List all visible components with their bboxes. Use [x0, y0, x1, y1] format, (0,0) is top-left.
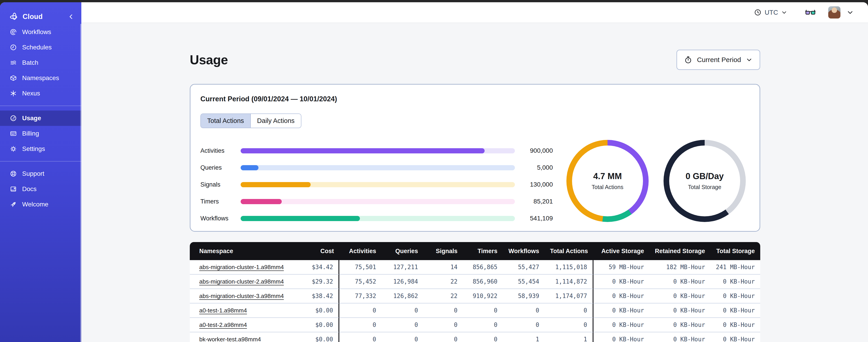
- bar-row: Timers85,201: [200, 198, 553, 205]
- column-header: Retained Storage: [650, 242, 711, 260]
- sidebar-item-settings[interactable]: Settings: [0, 141, 81, 157]
- namespace-usage-table: NamespaceCostActivitiesQueriesSignalsTim…: [190, 242, 760, 342]
- bar-fill: [241, 182, 311, 187]
- table-cell: 0 KB-Hour: [650, 318, 711, 332]
- sidebar-item-batch[interactable]: Batch: [0, 55, 81, 70]
- namespace-link[interactable]: bk-worker-test.a98mm4: [199, 336, 261, 342]
- total-actions-label: Total Actions: [592, 184, 623, 191]
- total-storage-label: Total Storage: [688, 184, 721, 191]
- table-cell: 0: [339, 332, 381, 342]
- table-cell: 856,865: [463, 260, 503, 275]
- bar-category-label: Signals: [200, 181, 241, 188]
- sidebar-item-namespaces[interactable]: Namespaces: [0, 70, 81, 86]
- table-cell: 0 KB-Hour: [711, 318, 760, 332]
- table-cell: 59 MB-Hour: [593, 260, 650, 275]
- table-cell: $0.00: [294, 318, 339, 332]
- table-cell: 0 KB-Hour: [593, 303, 650, 318]
- actions-tab-group: Total Actions Daily Actions: [200, 113, 301, 128]
- bar-track: [241, 148, 515, 153]
- sidebar-item-label: Workflows: [22, 28, 51, 36]
- namespace-link[interactable]: abs-migration-cluster-2.a98mm4: [199, 278, 284, 285]
- support-lifebuoy-icon: [10, 170, 17, 177]
- period-selector-button[interactable]: Current Period: [676, 49, 760, 70]
- sidebar-item-workflows[interactable]: Workflows: [0, 24, 81, 40]
- donut-center: 0 GB/Day Total Storage: [669, 145, 740, 216]
- sidebar: Cloud Workflows: [0, 2, 81, 342]
- sidebar-item-billing[interactable]: Billing: [0, 126, 81, 141]
- namespace-cell: a0-test-2.a98mm4: [190, 318, 294, 332]
- table-cell: 0 KB-Hour: [593, 332, 650, 342]
- account-menu-chevron-icon[interactable]: [847, 9, 854, 16]
- table-cell: $34.42: [294, 260, 339, 275]
- donut-charts: 4.7 MM Total Actions 0 GB/Day Total Stor…: [566, 140, 746, 222]
- avatar[interactable]: [828, 6, 840, 19]
- column-header: Activities: [339, 242, 381, 260]
- table-cell: 0: [423, 318, 463, 332]
- table-cell: 55,427: [503, 260, 545, 275]
- column-header: Total Actions: [545, 242, 593, 260]
- sidebar-item-docs[interactable]: Docs: [0, 181, 81, 197]
- table-cell: 0 KB-Hour: [593, 318, 650, 332]
- namespace-cell: bk-worker-test.a98mm4: [190, 332, 294, 342]
- namespace-cell: abs-migration-cluster-1.a98mm4: [190, 260, 294, 275]
- sidebar-item-support[interactable]: Support: [0, 166, 81, 181]
- table-cell: 0 KB-Hour: [711, 303, 760, 318]
- sidebar-item-label: Docs: [22, 185, 37, 193]
- donut-center: 4.7 MM Total Actions: [572, 145, 643, 216]
- table-cell: 22: [423, 289, 463, 303]
- sidebar-item-welcome[interactable]: Welcome: [0, 197, 81, 212]
- chevron-down-icon: [781, 9, 787, 15]
- bar-row: Signals130,000: [200, 181, 553, 188]
- current-period-card: Current Period (09/01/2024 — 10/01/2024)…: [190, 84, 760, 232]
- table-cell: 1,174,077: [545, 289, 593, 303]
- namespace-link[interactable]: a0-test-1.a98mm4: [199, 307, 247, 314]
- table-cell: 0: [463, 318, 503, 332]
- sidebar-item-schedules[interactable]: Schedules: [0, 40, 81, 55]
- bar-track: [241, 165, 515, 170]
- main-area: UTC: [81, 2, 868, 342]
- bar-fill: [241, 216, 360, 221]
- column-header: Timers: [463, 242, 503, 260]
- table-cell: 0 KB-Hour: [593, 289, 650, 303]
- table-cell: 126,862: [381, 289, 423, 303]
- dev-mode-glasses-icon[interactable]: [805, 8, 815, 16]
- table-cell: 0 KB-Hour: [711, 275, 760, 289]
- namespace-link[interactable]: abs-migration-cluster-3.a98mm4: [199, 293, 284, 299]
- usage-gauge-icon: [10, 115, 17, 122]
- sidebar-collapse-button[interactable]: [68, 13, 74, 20]
- table-cell: 0: [463, 332, 503, 342]
- column-header: Total Storage: [711, 242, 760, 260]
- column-header: Signals: [423, 242, 463, 260]
- total-storage-value: 0 GB/Day: [686, 171, 724, 181]
- namespace-link[interactable]: a0-test-2.a98mm4: [199, 321, 247, 328]
- table-cell: 0: [381, 332, 423, 342]
- table-cell: 127,211: [381, 260, 423, 275]
- column-header: Workflows: [503, 242, 545, 260]
- table-cell: $0.00: [294, 332, 339, 342]
- namespace-link[interactable]: abs-migration-cluster-1.a98mm4: [199, 264, 284, 271]
- bar-row: Workflows541,109: [200, 215, 553, 222]
- total-actions-value: 4.7 MM: [593, 171, 622, 181]
- column-header: Active Storage: [593, 242, 650, 260]
- table-cell: 0 KB-Hour: [650, 303, 711, 318]
- namespace-cell: abs-migration-cluster-3.a98mm4: [190, 289, 294, 303]
- namespace-cell: a0-test-1.a98mm4: [190, 303, 294, 318]
- timezone-selector[interactable]: UTC: [754, 9, 787, 16]
- bar-fill: [241, 199, 282, 204]
- bar-fill: [241, 165, 258, 170]
- tab-daily-actions[interactable]: Daily Actions: [250, 114, 301, 128]
- sidebar-item-usage[interactable]: Usage: [0, 110, 81, 126]
- sidebar-item-label: Batch: [22, 59, 38, 66]
- tab-total-actions[interactable]: Total Actions: [201, 114, 250, 128]
- namespaces-box-icon: [10, 75, 17, 81]
- table-cell: 0 KB-Hour: [650, 332, 711, 342]
- sidebar-item-nexus[interactable]: Nexus: [0, 86, 81, 101]
- page-title: Usage: [190, 52, 228, 67]
- table-cell: 1,114,872: [545, 275, 593, 289]
- table-cell: 77,332: [339, 289, 381, 303]
- table-cell: 0: [381, 318, 423, 332]
- table-cell: 75,452: [339, 275, 381, 289]
- sidebar-item-label: Nexus: [22, 90, 40, 97]
- bar-value: 130,000: [515, 181, 553, 188]
- table-row: a0-test-2.a98mm4$0.000000000 KB-Hour0 KB…: [190, 318, 760, 332]
